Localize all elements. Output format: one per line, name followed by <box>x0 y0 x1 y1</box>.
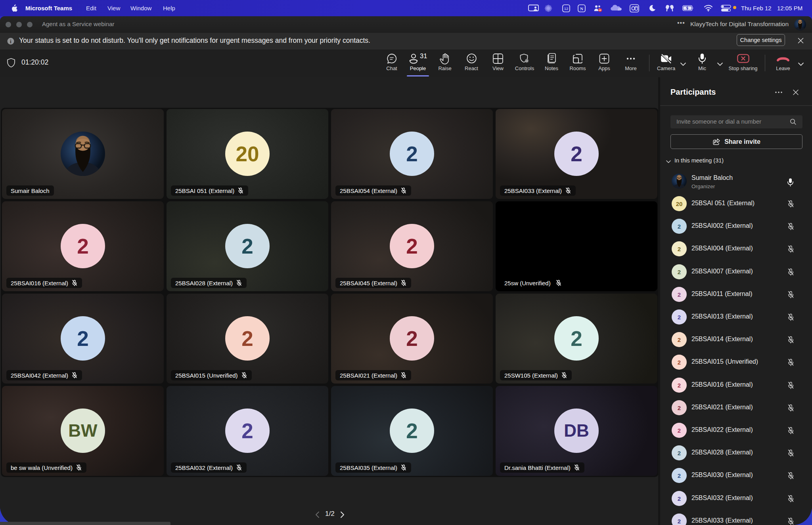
svg-text:N: N <box>580 6 583 11</box>
svg-text:12: 12 <box>564 6 569 11</box>
